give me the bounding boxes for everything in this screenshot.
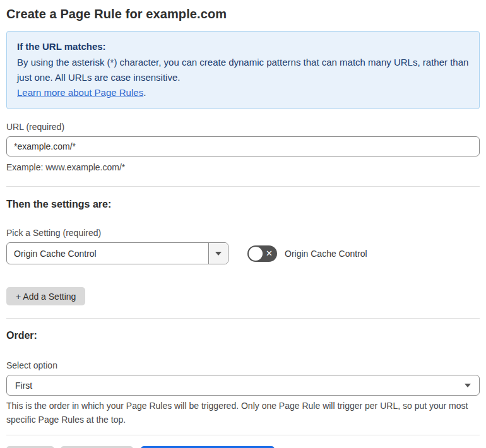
url-example-helper: Example: www.example.com/* [6,161,480,174]
settings-heading: Then the settings are: [6,197,480,211]
url-input[interactable] [6,136,480,156]
toggle-knob [249,247,263,261]
url-field-label: URL (required) [6,121,480,133]
page-rule-form: Create a Page Rule for example.com If th… [0,0,486,448]
settings-section: Then the settings are: Pick a Setting (r… [6,197,480,305]
info-box-body-text: By using the asterisk (*) character, you… [17,57,468,83]
divider [6,435,480,435]
order-helper-text: This is the order in which your Page Rul… [6,399,480,427]
setting-toggle-group: ✕ Origin Cache Control [247,245,367,262]
pick-setting-label: Pick a Setting (required) [6,227,480,239]
order-heading: Order: [6,329,480,343]
order-section: Order: Select option First This is the o… [6,329,480,427]
divider [6,186,480,187]
toggle-off-x-icon: ✕ [266,245,273,262]
order-select-value: First [15,380,32,391]
setting-select[interactable]: Origin Cache Control [6,242,228,264]
toggle-label: Origin Cache Control [285,249,367,259]
chevron-down-icon [215,252,222,256]
page-title: Create a Page Rule for example.com [6,5,480,23]
info-box-body: By using the asterisk (*) character, you… [17,55,469,85]
learn-more-link[interactable]: Learn more about Page Rules [17,87,143,98]
url-section: URL (required) Example: www.example.com/… [6,121,480,174]
link-suffix: . [143,87,146,98]
chevron-down-icon [465,384,471,387]
info-box-heading: If the URL matches: [17,39,469,54]
divider [6,318,480,319]
url-match-info-box: If the URL matches: By using the asteris… [6,31,480,109]
order-select-label: Select option [6,360,480,371]
order-select[interactable]: First [6,375,480,396]
setting-select-value: Origin Cache Control [7,243,208,264]
info-box-link-line: Learn more about Page Rules. [17,85,469,100]
origin-cache-control-toggle[interactable]: ✕ [247,245,277,262]
setting-select-arrow-button[interactable] [208,243,228,264]
add-setting-button[interactable]: + Add a Setting [6,287,85,305]
setting-row: Origin Cache Control ✕ Origin Cache Cont… [6,242,480,264]
